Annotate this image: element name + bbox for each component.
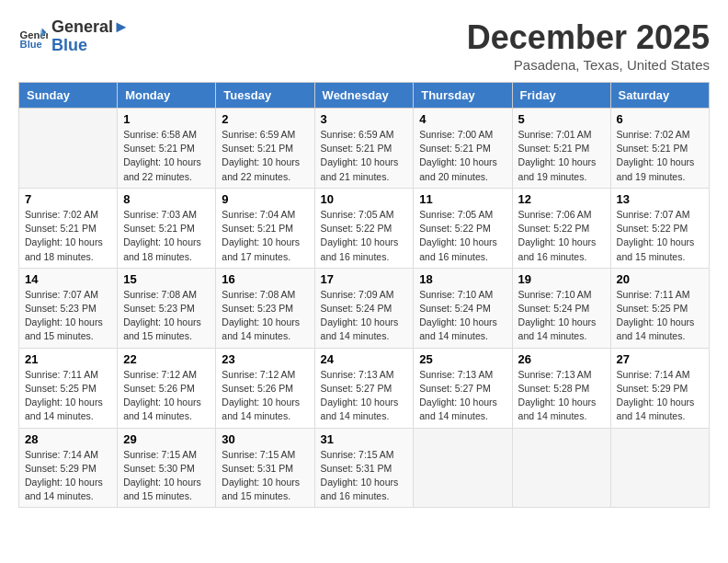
day-info: Sunrise: 7:15 AM Sunset: 5:31 PM Dayligh… bbox=[222, 448, 308, 504]
day-info: Sunrise: 6:59 AM Sunset: 5:21 PM Dayligh… bbox=[321, 128, 408, 184]
day-number: 22 bbox=[123, 352, 210, 366]
day-info: Sunrise: 7:15 AM Sunset: 5:31 PM Dayligh… bbox=[321, 448, 408, 504]
day-number: 28 bbox=[25, 432, 111, 446]
weekday-header-cell: Friday bbox=[512, 83, 610, 109]
day-number: 21 bbox=[25, 352, 111, 366]
day-info: Sunrise: 7:06 AM Sunset: 5:22 PM Dayligh… bbox=[518, 208, 605, 264]
calendar-day-cell: 30Sunrise: 7:15 AM Sunset: 5:31 PM Dayli… bbox=[216, 428, 314, 508]
day-info: Sunrise: 7:03 AM Sunset: 5:21 PM Dayligh… bbox=[123, 208, 210, 264]
calendar-day-cell: 16Sunrise: 7:08 AM Sunset: 5:23 PM Dayli… bbox=[216, 268, 314, 348]
location-subtitle: Pasadena, Texas, United States bbox=[467, 57, 710, 73]
logo-icon: General Blue bbox=[18, 22, 48, 52]
calendar-week-row: 28Sunrise: 7:14 AM Sunset: 5:29 PM Dayli… bbox=[19, 428, 710, 508]
day-info: Sunrise: 7:15 AM Sunset: 5:30 PM Dayligh… bbox=[123, 448, 210, 504]
calendar-week-row: 7Sunrise: 7:02 AM Sunset: 5:21 PM Daylig… bbox=[19, 188, 710, 268]
day-info: Sunrise: 7:12 AM Sunset: 5:26 PM Dayligh… bbox=[222, 368, 308, 424]
day-number: 20 bbox=[617, 272, 703, 286]
calendar-day-cell: 5Sunrise: 7:01 AM Sunset: 5:21 PM Daylig… bbox=[512, 109, 610, 189]
calendar-day-cell bbox=[512, 428, 610, 508]
day-number: 17 bbox=[321, 272, 408, 286]
weekday-header-cell: Thursday bbox=[414, 83, 512, 109]
day-info: Sunrise: 7:11 AM Sunset: 5:25 PM Dayligh… bbox=[617, 288, 703, 344]
day-info: Sunrise: 7:10 AM Sunset: 5:24 PM Dayligh… bbox=[419, 288, 506, 344]
svg-text:Blue: Blue bbox=[20, 39, 42, 50]
day-info: Sunrise: 7:12 AM Sunset: 5:26 PM Dayligh… bbox=[123, 368, 210, 424]
calendar-day-cell: 12Sunrise: 7:06 AM Sunset: 5:22 PM Dayli… bbox=[512, 188, 610, 268]
day-info: Sunrise: 6:58 AM Sunset: 5:21 PM Dayligh… bbox=[123, 128, 210, 184]
calendar-day-cell bbox=[414, 428, 512, 508]
calendar-day-cell: 8Sunrise: 7:03 AM Sunset: 5:21 PM Daylig… bbox=[118, 188, 216, 268]
weekday-header-cell: Tuesday bbox=[216, 83, 314, 109]
calendar-day-cell: 31Sunrise: 7:15 AM Sunset: 5:31 PM Dayli… bbox=[314, 428, 414, 508]
calendar-day-cell: 2Sunrise: 6:59 AM Sunset: 5:21 PM Daylig… bbox=[216, 109, 314, 189]
day-info: Sunrise: 7:07 AM Sunset: 5:22 PM Dayligh… bbox=[617, 208, 703, 264]
day-number: 7 bbox=[25, 192, 111, 206]
calendar-day-cell: 29Sunrise: 7:15 AM Sunset: 5:30 PM Dayli… bbox=[118, 428, 216, 508]
day-info: Sunrise: 7:01 AM Sunset: 5:21 PM Dayligh… bbox=[518, 128, 605, 184]
day-number: 8 bbox=[123, 192, 210, 206]
day-number: 11 bbox=[419, 192, 506, 206]
day-info: Sunrise: 7:02 AM Sunset: 5:21 PM Dayligh… bbox=[617, 128, 703, 184]
day-info: Sunrise: 7:10 AM Sunset: 5:24 PM Dayligh… bbox=[518, 288, 605, 344]
day-number: 25 bbox=[419, 352, 506, 366]
weekday-header-cell: Wednesday bbox=[314, 83, 414, 109]
day-number: 29 bbox=[123, 432, 210, 446]
calendar-day-cell: 4Sunrise: 7:00 AM Sunset: 5:21 PM Daylig… bbox=[414, 109, 512, 189]
calendar-day-cell: 22Sunrise: 7:12 AM Sunset: 5:26 PM Dayli… bbox=[118, 348, 216, 428]
day-info: Sunrise: 6:59 AM Sunset: 5:21 PM Dayligh… bbox=[222, 128, 308, 184]
calendar-week-row: 21Sunrise: 7:11 AM Sunset: 5:25 PM Dayli… bbox=[19, 348, 710, 428]
day-number: 24 bbox=[321, 352, 408, 366]
calendar-day-cell: 1Sunrise: 6:58 AM Sunset: 5:21 PM Daylig… bbox=[118, 109, 216, 189]
calendar-day-cell bbox=[610, 428, 709, 508]
calendar-day-cell: 24Sunrise: 7:13 AM Sunset: 5:27 PM Dayli… bbox=[314, 348, 414, 428]
logo-text-line1: General► bbox=[51, 18, 130, 37]
day-number: 14 bbox=[25, 272, 111, 286]
day-info: Sunrise: 7:13 AM Sunset: 5:27 PM Dayligh… bbox=[321, 368, 408, 424]
calendar-day-cell: 14Sunrise: 7:07 AM Sunset: 5:23 PM Dayli… bbox=[19, 268, 118, 348]
calendar-day-cell: 17Sunrise: 7:09 AM Sunset: 5:24 PM Dayli… bbox=[314, 268, 414, 348]
calendar-day-cell: 23Sunrise: 7:12 AM Sunset: 5:26 PM Dayli… bbox=[216, 348, 314, 428]
day-number: 10 bbox=[321, 192, 408, 206]
day-number: 19 bbox=[518, 272, 605, 286]
calendar-day-cell: 21Sunrise: 7:11 AM Sunset: 5:25 PM Dayli… bbox=[19, 348, 118, 428]
weekday-header-cell: Monday bbox=[118, 83, 216, 109]
calendar-day-cell: 6Sunrise: 7:02 AM Sunset: 5:21 PM Daylig… bbox=[610, 109, 709, 189]
calendar-day-cell: 10Sunrise: 7:05 AM Sunset: 5:22 PM Dayli… bbox=[314, 188, 414, 268]
calendar-day-cell: 3Sunrise: 6:59 AM Sunset: 5:21 PM Daylig… bbox=[314, 109, 414, 189]
calendar-day-cell: 18Sunrise: 7:10 AM Sunset: 5:24 PM Dayli… bbox=[414, 268, 512, 348]
day-info: Sunrise: 7:05 AM Sunset: 5:22 PM Dayligh… bbox=[419, 208, 506, 264]
day-info: Sunrise: 7:11 AM Sunset: 5:25 PM Dayligh… bbox=[25, 368, 111, 424]
day-info: Sunrise: 7:07 AM Sunset: 5:23 PM Dayligh… bbox=[25, 288, 111, 344]
day-number: 5 bbox=[518, 112, 605, 126]
day-number: 4 bbox=[419, 112, 506, 126]
day-number: 3 bbox=[321, 112, 408, 126]
calendar-body: 1Sunrise: 6:58 AM Sunset: 5:21 PM Daylig… bbox=[19, 109, 710, 508]
month-title: December 2025 bbox=[467, 18, 710, 57]
day-info: Sunrise: 7:13 AM Sunset: 5:28 PM Dayligh… bbox=[518, 368, 605, 424]
calendar-day-cell: 9Sunrise: 7:04 AM Sunset: 5:21 PM Daylig… bbox=[216, 188, 314, 268]
calendar-day-cell: 15Sunrise: 7:08 AM Sunset: 5:23 PM Dayli… bbox=[118, 268, 216, 348]
day-number: 31 bbox=[321, 432, 408, 446]
day-number: 12 bbox=[518, 192, 605, 206]
day-number: 27 bbox=[617, 352, 703, 366]
page-header: General Blue General► Blue December 2025… bbox=[18, 18, 710, 73]
title-block: December 2025 Pasadena, Texas, United St… bbox=[467, 18, 710, 73]
calendar-day-cell: 25Sunrise: 7:13 AM Sunset: 5:27 PM Dayli… bbox=[414, 348, 512, 428]
day-number: 1 bbox=[123, 112, 210, 126]
calendar-week-row: 1Sunrise: 6:58 AM Sunset: 5:21 PM Daylig… bbox=[19, 109, 710, 189]
weekday-header-cell: Sunday bbox=[19, 83, 118, 109]
day-number: 6 bbox=[617, 112, 703, 126]
day-info: Sunrise: 7:00 AM Sunset: 5:21 PM Dayligh… bbox=[419, 128, 506, 184]
day-number: 2 bbox=[222, 112, 308, 126]
day-info: Sunrise: 7:09 AM Sunset: 5:24 PM Dayligh… bbox=[321, 288, 408, 344]
calendar-day-cell: 19Sunrise: 7:10 AM Sunset: 5:24 PM Dayli… bbox=[512, 268, 610, 348]
calendar-day-cell: 11Sunrise: 7:05 AM Sunset: 5:22 PM Dayli… bbox=[414, 188, 512, 268]
day-info: Sunrise: 7:08 AM Sunset: 5:23 PM Dayligh… bbox=[123, 288, 210, 344]
calendar-day-cell: 27Sunrise: 7:14 AM Sunset: 5:29 PM Dayli… bbox=[610, 348, 709, 428]
day-number: 23 bbox=[222, 352, 308, 366]
day-info: Sunrise: 7:14 AM Sunset: 5:29 PM Dayligh… bbox=[617, 368, 703, 424]
day-number: 9 bbox=[222, 192, 308, 206]
calendar-day-cell bbox=[19, 109, 118, 189]
calendar-day-cell: 20Sunrise: 7:11 AM Sunset: 5:25 PM Dayli… bbox=[610, 268, 709, 348]
day-info: Sunrise: 7:13 AM Sunset: 5:27 PM Dayligh… bbox=[419, 368, 506, 424]
